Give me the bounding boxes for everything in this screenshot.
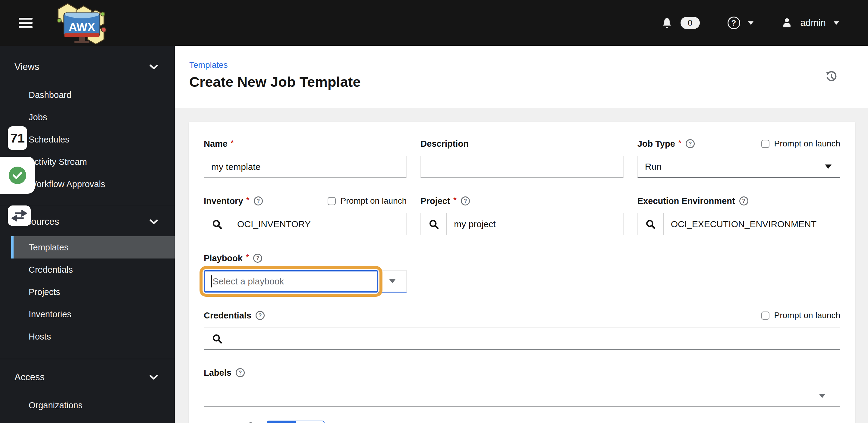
inventory-search-button[interactable] — [204, 213, 230, 235]
required-asterisk: * — [230, 138, 234, 148]
prompt-on-launch-label: Prompt on launch — [774, 311, 840, 320]
chevron-down-icon — [150, 219, 158, 224]
chevron-down-icon — [150, 375, 158, 380]
inventory-prompt-checkbox[interactable] — [328, 197, 336, 205]
name-input[interactable]: my template — [204, 156, 407, 178]
help-icon[interactable]: ? — [727, 17, 740, 29]
notifications-count-badge[interactable]: 0 — [681, 17, 700, 29]
sidebar-nav: Views Dashboard Jobs Schedules Activity … — [0, 46, 175, 423]
credentials-search-button[interactable] — [204, 327, 230, 350]
variables-format-toggle: YAML JSON — [267, 421, 324, 423]
swap-arrows-icon — [11, 210, 27, 222]
search-icon — [428, 219, 439, 230]
name-label: Name — [204, 139, 227, 149]
project-search-button[interactable] — [421, 213, 446, 235]
awx-logo[interactable]: AWX — [46, 2, 107, 44]
sidebar-item-inventories[interactable]: Inventories — [0, 303, 175, 325]
project-help-icon[interactable]: ? — [461, 196, 470, 205]
page-header: Templates Create New Job Template — [175, 46, 868, 108]
sidebar-item-hosts[interactable]: Hosts — [0, 325, 175, 348]
sidebar-group-views-label: Views — [14, 61, 39, 72]
job-type-select[interactable]: Run — [638, 156, 840, 178]
breadcrumb-templates-link[interactable]: Templates — [189, 60, 228, 70]
check-circle-icon — [9, 167, 26, 184]
job-type-help-icon[interactable]: ? — [686, 139, 695, 148]
prompt-on-launch-label: Prompt on launch — [341, 196, 407, 206]
search-icon — [212, 219, 222, 230]
field-playbook: Playbook * ? Select a playbook — [204, 252, 407, 293]
sidebar-item-credentials[interactable]: Credentials — [0, 259, 175, 281]
sidebar-divider — [0, 359, 175, 359]
field-inventory: Inventory * ? Prompt on launch OCI_INVEN… — [204, 195, 407, 235]
required-asterisk: * — [246, 195, 250, 205]
user-icon[interactable] — [781, 17, 793, 29]
chevron-down-icon — [150, 64, 158, 70]
nav-toggle-hamburger-icon[interactable] — [19, 15, 33, 30]
job-type-label: Job Type — [638, 139, 675, 149]
inventory-input[interactable]: OCI_INVENTORY — [230, 213, 407, 235]
labels-select[interactable] — [204, 385, 840, 407]
sidebar-group-access-label: Access — [14, 372, 44, 383]
execution-environment-input[interactable]: OCI_EXECUTION_ENVIRONMENT — [663, 213, 840, 235]
labels-help-icon[interactable]: ? — [236, 368, 245, 377]
overlay-success-badge — [0, 157, 35, 194]
text-cursor — [211, 275, 212, 287]
required-asterisk: * — [678, 138, 681, 148]
project-label: Project — [421, 196, 450, 206]
description-input[interactable] — [421, 156, 623, 178]
top-navbar: AWX 0 ? admin — [0, 0, 868, 46]
playbook-label: Playbook — [204, 253, 243, 263]
sidebar-group-views[interactable]: Views — [0, 60, 175, 74]
credentials-help-icon[interactable]: ? — [255, 311, 265, 320]
user-menu-chevron-down-icon[interactable] — [834, 22, 839, 25]
required-asterisk: * — [453, 195, 457, 205]
job-type-value: Run — [645, 161, 661, 172]
notifications-bell-icon[interactable] — [661, 17, 673, 29]
labels-label: Labels — [204, 368, 231, 378]
prompt-on-launch-label: Prompt on launch — [774, 139, 840, 149]
caret-down-icon — [819, 394, 826, 398]
search-icon — [645, 219, 656, 230]
execution-environment-label: Execution Environment — [638, 196, 735, 206]
project-input[interactable]: my project — [446, 213, 623, 235]
playbook-select-input[interactable]: Select a playbook — [204, 270, 378, 293]
execution-environment-search-button[interactable] — [638, 213, 663, 235]
job-template-form-card: Name * my template Description Job Type … — [189, 122, 855, 423]
playbook-dropdown-button[interactable] — [378, 270, 407, 293]
field-labels: Labels ? — [204, 367, 840, 407]
sidebar-item-projects[interactable]: Projects — [0, 281, 175, 303]
sidebar-group-access[interactable]: Access — [0, 370, 175, 384]
credentials-prompt-checkbox[interactable] — [761, 312, 770, 320]
json-toggle-button[interactable]: JSON — [296, 421, 324, 423]
sidebar-item-organizations[interactable]: Organizations — [0, 394, 175, 416]
page-title: Create New Job Template — [189, 73, 361, 90]
svg-text:AWX: AWX — [69, 21, 95, 33]
sidebar-item-dashboard[interactable]: Dashboard — [0, 84, 175, 106]
overlay-swap-badge — [8, 205, 31, 226]
history-icon[interactable] — [825, 70, 838, 84]
field-job-type: Job Type * ? Prompt on launch Run — [638, 138, 840, 178]
inventory-label: Inventory — [204, 196, 243, 206]
playbook-help-icon[interactable]: ? — [253, 254, 262, 263]
job-type-prompt-checkbox[interactable] — [761, 140, 770, 148]
help-menu-chevron-down-icon[interactable] — [748, 22, 753, 25]
credentials-input[interactable] — [230, 327, 840, 350]
user-menu-label[interactable]: admin — [801, 18, 826, 28]
credentials-label: Credentials — [204, 311, 251, 321]
yaml-toggle-button[interactable]: YAML — [267, 421, 296, 423]
search-icon — [212, 333, 222, 344]
execution-environment-help-icon[interactable]: ? — [739, 196, 748, 205]
field-credentials: Credentials ? Prompt on launch — [204, 310, 840, 350]
playbook-placeholder: Select a playbook — [213, 276, 284, 287]
field-execution-environment: Execution Environment ? OCI_EXECUTION_EN… — [638, 195, 840, 235]
field-description: Description — [421, 138, 623, 178]
sidebar-item-templates[interactable]: Templates — [11, 236, 175, 259]
sidebar-item-jobs[interactable]: Jobs — [0, 106, 175, 128]
content-background: Name * my template Description Job Type … — [175, 108, 868, 423]
inventory-help-icon[interactable]: ? — [254, 196, 263, 205]
description-label: Description — [421, 139, 469, 149]
overlay-counter-badge: 71 — [8, 126, 27, 150]
field-project: Project * ? my project — [421, 195, 623, 235]
caret-down-icon — [825, 164, 832, 169]
field-name: Name * my template — [204, 138, 407, 178]
